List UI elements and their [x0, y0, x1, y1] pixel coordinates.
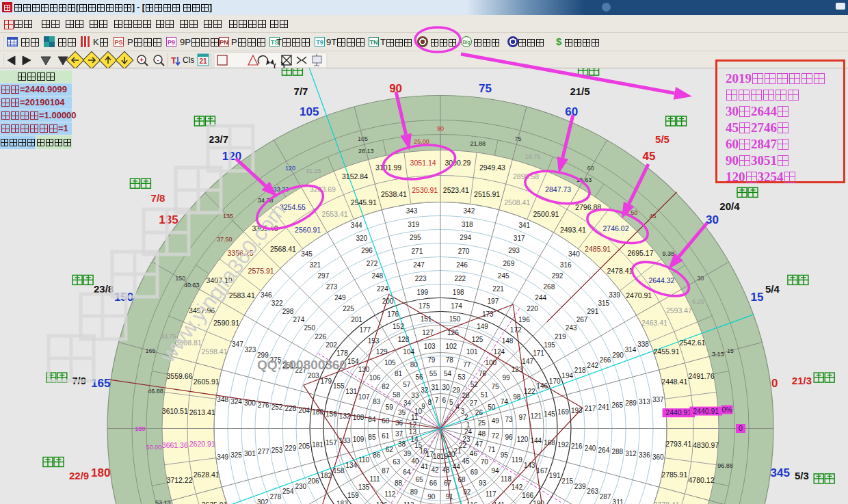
svg-text:190: 190: [533, 500, 544, 504]
svg-text:341: 341: [518, 222, 530, 229]
svg-text:267: 267: [577, 316, 588, 323]
svg-text:245: 245: [498, 272, 509, 280]
svg-text:182: 182: [320, 472, 332, 479]
svg-text:3559.66: 3559.66: [167, 372, 193, 380]
svg-text:78: 78: [446, 356, 454, 364]
svg-text:105: 105: [300, 105, 319, 118]
svg-text:324: 324: [230, 398, 242, 406]
svg-text:96: 96: [505, 434, 514, 441]
svg-text:25: 25: [478, 419, 486, 427]
svg-text:2898.58: 2898.58: [513, 172, 539, 181]
svg-text:166: 166: [522, 492, 533, 499]
svg-text:143: 143: [524, 462, 535, 469]
svg-text:93: 93: [479, 479, 487, 487]
svg-text:85: 85: [368, 434, 376, 441]
svg-text:3101.99: 3101.99: [375, 163, 401, 172]
svg-text:180: 180: [135, 425, 145, 432]
svg-text:156: 156: [326, 410, 337, 418]
svg-text:271: 271: [412, 248, 423, 255]
svg-text:52: 52: [471, 381, 479, 388]
svg-text:2785.91: 2785.91: [661, 470, 687, 479]
svg-text:2493.41: 2493.41: [560, 226, 586, 234]
svg-text:54: 54: [444, 370, 452, 377]
svg-text:15.63: 15.63: [577, 176, 592, 183]
svg-text:302: 302: [257, 499, 269, 504]
svg-text:5/4: 5/4: [765, 283, 780, 295]
svg-text:63: 63: [393, 458, 401, 466]
svg-text:94: 94: [492, 467, 500, 475]
svg-text:290: 290: [612, 352, 624, 359]
svg-text:23: 23: [462, 436, 471, 443]
svg-text:346: 346: [261, 291, 272, 299]
svg-text:343: 343: [406, 207, 418, 215]
svg-text:7/7: 7/7: [294, 85, 308, 97]
svg-text:22/9: 22/9: [69, 470, 89, 481]
svg-text:125: 125: [472, 336, 483, 343]
svg-text:65: 65: [415, 476, 423, 483]
svg-text:30: 30: [706, 213, 719, 226]
svg-text:111: 111: [369, 475, 380, 483]
svg-text:131: 131: [345, 388, 357, 395]
svg-text:2485.91: 2485.91: [585, 245, 611, 253]
svg-text:2491.76: 2491.76: [689, 372, 715, 380]
svg-text:248: 248: [371, 272, 383, 280]
svg-text:46: 46: [470, 450, 478, 457]
svg-text:43: 43: [442, 466, 450, 474]
svg-text:3610.51: 3610.51: [162, 407, 188, 415]
svg-text:254: 254: [282, 488, 294, 495]
svg-text:319: 319: [408, 221, 419, 228]
svg-text:39: 39: [403, 450, 412, 457]
svg-text:177: 177: [359, 326, 371, 334]
svg-text:144: 144: [530, 437, 542, 445]
svg-text:336: 336: [639, 451, 650, 459]
svg-text:2530.91: 2530.91: [412, 186, 438, 194]
svg-text:128: 128: [398, 336, 410, 343]
svg-text:249: 249: [334, 294, 346, 302]
svg-text:2620.91: 2620.91: [189, 440, 215, 448]
svg-text:2746.02: 2746.02: [603, 224, 629, 233]
svg-text:+: +: [140, 55, 144, 64]
svg-text:29: 29: [453, 386, 461, 394]
svg-text:339: 339: [609, 291, 620, 299]
svg-text:171: 171: [533, 349, 544, 357]
svg-text:7: 7: [435, 397, 439, 404]
svg-text:2523.41: 2523.41: [443, 186, 469, 194]
svg-text:56: 56: [415, 373, 423, 381]
svg-text:157: 157: [326, 439, 337, 447]
svg-text:76: 76: [479, 370, 487, 377]
svg-text:73: 73: [505, 416, 514, 423]
svg-text:272: 272: [367, 260, 378, 267]
svg-text:55: 55: [429, 370, 438, 377]
svg-text:0%: 0%: [722, 406, 732, 414]
svg-text:51: 51: [481, 391, 489, 399]
svg-text:105: 105: [358, 135, 368, 142]
svg-text:3051.14: 3051.14: [410, 159, 436, 167]
svg-text:24: 24: [464, 428, 473, 436]
svg-text:2448.41: 2448.41: [661, 377, 687, 386]
svg-text:337: 337: [652, 396, 664, 403]
svg-text:88: 88: [395, 479, 403, 487]
svg-text:127: 127: [422, 329, 434, 336]
svg-text:20/4: 20/4: [719, 200, 740, 212]
svg-text:117: 117: [486, 490, 496, 498]
svg-text:15: 15: [750, 291, 763, 304]
svg-text:360: 360: [652, 453, 664, 461]
svg-text:298: 298: [282, 308, 294, 315]
svg-text:96.88: 96.88: [717, 462, 733, 469]
svg-text:118: 118: [501, 475, 512, 483]
svg-text:273: 273: [326, 283, 338, 291]
svg-text:82: 82: [382, 383, 390, 390]
svg-text:151: 151: [421, 315, 432, 323]
svg-text:3152.84: 3152.84: [342, 172, 368, 181]
svg-text:242: 242: [587, 362, 598, 369]
svg-text:6: 6: [442, 397, 447, 404]
svg-text:99: 99: [502, 374, 510, 382]
svg-text:198: 198: [453, 289, 464, 296]
svg-text:241: 241: [598, 403, 610, 411]
svg-text:T: T: [171, 55, 176, 66]
svg-text:174: 174: [451, 302, 462, 310]
svg-text:3: 3: [461, 408, 465, 415]
svg-text:2440.91: 2440.91: [693, 407, 719, 415]
svg-text:2628.41: 2628.41: [194, 470, 220, 479]
svg-text:86: 86: [373, 451, 381, 459]
